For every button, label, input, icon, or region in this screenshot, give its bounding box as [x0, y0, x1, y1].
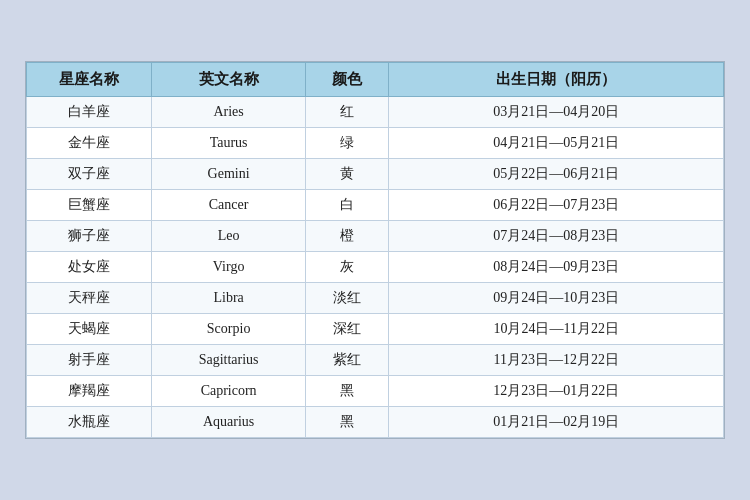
cell-english-name: Scorpio — [152, 314, 305, 345]
cell-dates: 08月24日—09月23日 — [389, 252, 724, 283]
cell-dates: 09月24日—10月23日 — [389, 283, 724, 314]
cell-color: 深红 — [305, 314, 389, 345]
table-row: 摩羯座Capricorn黑12月23日—01月22日 — [27, 376, 724, 407]
header-dates: 出生日期（阳历） — [389, 63, 724, 97]
table-row: 天蝎座Scorpio深红10月24日—11月22日 — [27, 314, 724, 345]
table-row: 水瓶座Aquarius黑01月21日—02月19日 — [27, 407, 724, 438]
cell-color: 灰 — [305, 252, 389, 283]
table-row: 双子座Gemini黄05月22日—06月21日 — [27, 159, 724, 190]
cell-chinese-name: 天蝎座 — [27, 314, 152, 345]
cell-color: 黑 — [305, 376, 389, 407]
cell-dates: 10月24日—11月22日 — [389, 314, 724, 345]
cell-chinese-name: 狮子座 — [27, 221, 152, 252]
cell-english-name: Cancer — [152, 190, 305, 221]
cell-chinese-name: 水瓶座 — [27, 407, 152, 438]
header-english-name: 英文名称 — [152, 63, 305, 97]
zodiac-table: 星座名称 英文名称 颜色 出生日期（阳历） 白羊座Aries红03月21日—04… — [26, 62, 724, 438]
cell-chinese-name: 白羊座 — [27, 97, 152, 128]
table-row: 射手座Sagittarius紫红11月23日—12月22日 — [27, 345, 724, 376]
header-chinese-name: 星座名称 — [27, 63, 152, 97]
cell-color: 绿 — [305, 128, 389, 159]
table-row: 白羊座Aries红03月21日—04月20日 — [27, 97, 724, 128]
table-row: 金牛座Taurus绿04月21日—05月21日 — [27, 128, 724, 159]
table-row: 巨蟹座Cancer白06月22日—07月23日 — [27, 190, 724, 221]
cell-english-name: Virgo — [152, 252, 305, 283]
cell-dates: 07月24日—08月23日 — [389, 221, 724, 252]
cell-dates: 05月22日—06月21日 — [389, 159, 724, 190]
table-row: 狮子座Leo橙07月24日—08月23日 — [27, 221, 724, 252]
cell-color: 黄 — [305, 159, 389, 190]
table-header-row: 星座名称 英文名称 颜色 出生日期（阳历） — [27, 63, 724, 97]
cell-chinese-name: 射手座 — [27, 345, 152, 376]
cell-dates: 06月22日—07月23日 — [389, 190, 724, 221]
cell-chinese-name: 金牛座 — [27, 128, 152, 159]
table-row: 处女座Virgo灰08月24日—09月23日 — [27, 252, 724, 283]
cell-chinese-name: 天秤座 — [27, 283, 152, 314]
cell-english-name: Aries — [152, 97, 305, 128]
cell-dates: 01月21日—02月19日 — [389, 407, 724, 438]
cell-english-name: Libra — [152, 283, 305, 314]
cell-dates: 12月23日—01月22日 — [389, 376, 724, 407]
cell-english-name: Aquarius — [152, 407, 305, 438]
cell-chinese-name: 巨蟹座 — [27, 190, 152, 221]
zodiac-table-wrapper: 星座名称 英文名称 颜色 出生日期（阳历） 白羊座Aries红03月21日—04… — [25, 61, 725, 439]
cell-chinese-name: 双子座 — [27, 159, 152, 190]
cell-color: 白 — [305, 190, 389, 221]
cell-color: 红 — [305, 97, 389, 128]
cell-color: 橙 — [305, 221, 389, 252]
cell-chinese-name: 处女座 — [27, 252, 152, 283]
cell-chinese-name: 摩羯座 — [27, 376, 152, 407]
cell-color: 紫红 — [305, 345, 389, 376]
cell-dates: 04月21日—05月21日 — [389, 128, 724, 159]
cell-english-name: Taurus — [152, 128, 305, 159]
cell-color: 淡红 — [305, 283, 389, 314]
cell-color: 黑 — [305, 407, 389, 438]
table-row: 天秤座Libra淡红09月24日—10月23日 — [27, 283, 724, 314]
cell-english-name: Gemini — [152, 159, 305, 190]
cell-english-name: Leo — [152, 221, 305, 252]
cell-english-name: Sagittarius — [152, 345, 305, 376]
header-color: 颜色 — [305, 63, 389, 97]
cell-dates: 11月23日—12月22日 — [389, 345, 724, 376]
cell-dates: 03月21日—04月20日 — [389, 97, 724, 128]
cell-english-name: Capricorn — [152, 376, 305, 407]
